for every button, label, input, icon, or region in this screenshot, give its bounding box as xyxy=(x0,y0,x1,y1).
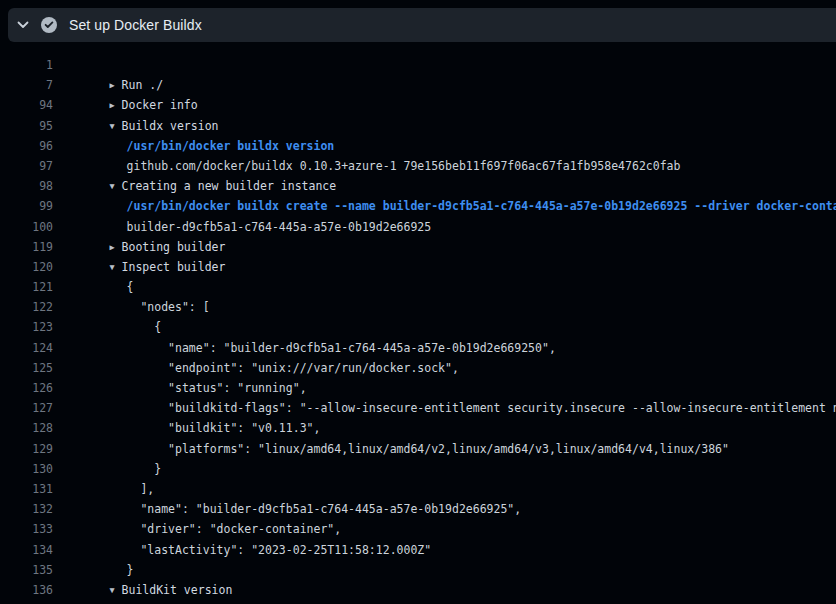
log-text: github.com/docker/buildx 0.10.3+azure-1 … xyxy=(68,136,680,156)
log-text: builder-d9cfb5a1-c764-445a-a57e-0b19d2e6… xyxy=(68,196,431,216)
log-line: 126 "buildkitd-flags": "--allow-insecure… xyxy=(0,378,836,398)
line-number[interactable]: 119 xyxy=(0,237,53,257)
log-line: 94 ▼Buildx version xyxy=(0,95,836,115)
line-number[interactable]: 100 xyxy=(0,217,53,237)
log-group-toggle[interactable]: ▼Creating a new builder instance xyxy=(68,156,336,176)
line-number[interactable]: 7 xyxy=(0,75,53,95)
log-line: 122 { xyxy=(0,297,836,317)
log-group-toggle[interactable]: ▼Inspect builder xyxy=(68,237,225,257)
log-text: { xyxy=(68,297,161,317)
line-number[interactable]: 134 xyxy=(0,540,53,560)
log-line: 7 ▶Docker info xyxy=(0,75,836,95)
log-text-content: "lastActivity": "2023-02-25T11:58:12.000… xyxy=(127,543,432,557)
line-number[interactable]: 122 xyxy=(0,297,53,317)
log-group-toggle[interactable]: ▶Run ./ xyxy=(68,55,163,75)
command-text: /usr/bin/docker buildx version xyxy=(68,116,334,136)
log-text: "buildkit": "v0.11.3", xyxy=(68,398,320,418)
log-group-toggle[interactable]: ▼Buildx version xyxy=(68,95,218,115)
line-number[interactable]: 135 xyxy=(0,560,53,580)
log-text: "status": "running", xyxy=(68,358,307,378)
log-line: 1 ▶Run ./ xyxy=(0,55,836,75)
line-number[interactable]: 127 xyxy=(0,398,53,418)
log-line: 135 ▼BuildKit version xyxy=(0,560,836,580)
line-number[interactable]: 98 xyxy=(0,176,53,196)
line-number[interactable]: 94 xyxy=(0,95,53,115)
log-line: 131 "name": "builder-d9cfb5a1-c764-445a-… xyxy=(0,479,836,499)
log-text: "nodes": [ xyxy=(68,277,210,297)
line-number[interactable]: 123 xyxy=(0,317,53,337)
line-number[interactable]: 95 xyxy=(0,116,53,136)
log-text: ], xyxy=(68,459,154,479)
log-text-content: "platforms": "linux/amd64,linux/amd64/v2… xyxy=(127,442,729,456)
log-line: 95 /usr/bin/docker buildx version xyxy=(0,116,836,136)
log-group-toggle[interactable]: ▶Docker info xyxy=(68,75,198,95)
check-circle-icon xyxy=(41,17,57,33)
line-number[interactable]: 125 xyxy=(0,358,53,378)
log-line: 124 "endpoint": "unix:///var/run/docker.… xyxy=(0,338,836,358)
line-number[interactable]: 96 xyxy=(0,136,53,156)
line-number[interactable]: 126 xyxy=(0,378,53,398)
line-number[interactable]: 132 xyxy=(0,499,53,519)
log-text: } xyxy=(68,540,133,560)
log-line: 119 ▼Inspect builder xyxy=(0,237,836,257)
log-text: "endpoint": "unix:///var/run/docker.sock… xyxy=(68,338,459,358)
log-text: "platforms": "linux/amd64,linux/amd64/v2… xyxy=(68,418,729,438)
line-number[interactable]: 130 xyxy=(0,459,53,479)
log-group-toggle[interactable]: ▶Booting builder xyxy=(68,217,225,237)
line-number[interactable]: 124 xyxy=(0,338,53,358)
line-number[interactable]: 136 xyxy=(0,580,53,600)
log-text: { xyxy=(68,257,133,277)
log-line: 128 "platforms": "linux/amd64,linux/amd6… xyxy=(0,418,836,438)
line-number[interactable]: 1 xyxy=(0,55,53,75)
log-text: "name": "builder-d9cfb5a1-c764-445a-a57e… xyxy=(68,479,521,499)
log-line: 133 "lastActivity": "2023-02-25T11:58:12… xyxy=(0,519,836,539)
line-number[interactable]: 128 xyxy=(0,418,53,438)
log-line: 120 { xyxy=(0,257,836,277)
group-title: Inspect builder xyxy=(122,260,226,274)
line-number[interactable]: 121 xyxy=(0,277,53,297)
line-number[interactable]: 97 xyxy=(0,156,53,176)
line-number[interactable]: 120 xyxy=(0,257,53,277)
chevron-down-icon[interactable] xyxy=(8,21,29,29)
log-text: } xyxy=(68,439,161,459)
log-text: "name": "builder-d9cfb5a1-c764-445a-a57e… xyxy=(68,317,556,337)
log-text: "driver": "docker-container", xyxy=(68,499,341,519)
line-number[interactable]: 133 xyxy=(0,519,53,539)
log-viewer: 1 ▶Run ./ 7 ▶Docker info 94 ▼Buildx vers… xyxy=(0,42,836,600)
step-title: Set up Docker Buildx xyxy=(69,17,202,33)
step-header[interactable]: Set up Docker Buildx xyxy=(8,8,836,42)
log-line: 98 /usr/bin/docker buildx create --name … xyxy=(0,176,836,196)
log-text: "buildkitd-flags": "--allow-insecure-ent… xyxy=(68,378,836,398)
log-text: "lastActivity": "2023-02-25T11:58:12.000… xyxy=(68,519,431,539)
log-line: 123 "name": "builder-d9cfb5a1-c764-445a-… xyxy=(0,317,836,337)
line-number[interactable]: 131 xyxy=(0,479,53,499)
log-group-toggle[interactable]: ▼BuildKit version xyxy=(68,560,232,580)
log-line: 130 ], xyxy=(0,459,836,479)
log-text: builder-d9cfb5a1-c764-445a-a57e-0b19d2e6… xyxy=(68,580,500,600)
command-text: /usr/bin/docker buildx create --name bui… xyxy=(68,176,836,196)
log-line: 136 builder-d9cfb5a1-c764-445a-a57e-0b19… xyxy=(0,580,836,600)
line-number[interactable]: 129 xyxy=(0,439,53,459)
log-line: 121 "nodes": [ xyxy=(0,277,836,297)
line-number[interactable]: 99 xyxy=(0,196,53,216)
log-line: 96 github.com/docker/buildx 0.10.3+azure… xyxy=(0,136,836,156)
